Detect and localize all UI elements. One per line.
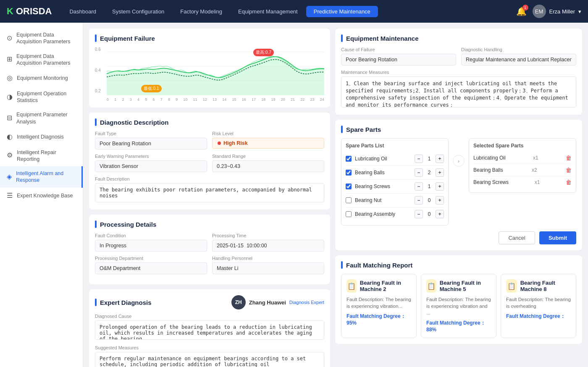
sidebar-item-equip-monitoring[interactable]: ◎ Equipment Monitoring	[0, 70, 83, 87]
sidebar-item-equip-data-2[interactable]: ⊞ Equipment Data Acquisition Parameters	[0, 49, 83, 71]
qty-val-bearing-nut: 0	[425, 197, 434, 203]
panel-bar-icon	[95, 299, 97, 306]
processing-panel: Processing Details Fault Condition Proce…	[89, 215, 330, 284]
panel-bar-icon	[341, 261, 343, 269]
spare-checkbox-bearing-balls[interactable]	[346, 170, 352, 176]
fault-title-machine2: Bearing Fault in Machine 2	[360, 280, 411, 292]
diagnostic-header: Diagnostic Description	[95, 118, 324, 126]
qty-inc-bearing-nut[interactable]: +	[436, 196, 444, 204]
user-profile[interactable]: EM Erza Miller ▾	[533, 5, 581, 18]
qty-inc-lubricating-oil[interactable]: +	[436, 155, 444, 163]
fault-condition-label: Fault Condition	[95, 233, 207, 238]
qty-inc-bearing-balls[interactable]: +	[436, 168, 444, 177]
processing-dept-input[interactable]	[95, 262, 207, 274]
maintenance-measures-textarea[interactable]: 1、Clean the bearing surface and inject l…	[341, 76, 576, 107]
logo[interactable]: K ORISDA	[7, 6, 52, 17]
qty-dec-bearing-balls[interactable]: −	[415, 168, 423, 177]
fault-card-machine5: 📋 Bearing Fault in Machine 5 Fault Descr…	[421, 274, 496, 338]
sidebar-label: Equipment Data Acquisition Parameters	[16, 31, 76, 45]
panel-bar-icon	[341, 126, 343, 133]
early-warning-input[interactable]	[95, 160, 207, 172]
fault-card-header-machine8: 📋 Bearing Fault Machine 8	[506, 279, 571, 293]
database-icon: ⊙	[7, 34, 12, 43]
sidebar-item-intelligent-diag[interactable]: ◐ Intelligent Diagnosis	[0, 129, 83, 145]
left-column: Equipment Failure 0.6 0.4 0.2	[89, 29, 330, 367]
right-column: Equipment Maintenance Cause of Failure D…	[335, 29, 582, 367]
fault-card-header-machine5: 📋 Bearing Fault in Machine 5	[426, 279, 491, 293]
fault-type-label: Fault Type	[95, 131, 207, 136]
submit-button[interactable]: Submit	[539, 231, 576, 244]
nav-factory-modeling[interactable]: Factory Modeling	[173, 6, 230, 17]
selected-item-bearing-screws: Bearing Screws x1 🗑	[473, 176, 572, 188]
spare-item-bearing-assembly: Bearing Assembly − 0 +	[346, 207, 444, 221]
chart-label-min: 最低:0.1	[141, 85, 162, 92]
nav-predictive-maintenance[interactable]: Predictive Maintenance	[306, 6, 378, 17]
suggested-measures-label: Suggested Measures	[95, 345, 324, 350]
diagnostic-handling-label: Diagnostic Handling	[461, 47, 576, 52]
suggested-measures-textarea[interactable]: Perform regular maintenance on equipment…	[95, 352, 324, 367]
sidebar-label: Intelligent Alarm and Response	[16, 170, 75, 184]
chart-svg	[107, 47, 324, 95]
selected-spare-list: Selected Spare Parts Lubricating Oil x1 …	[469, 138, 576, 193]
spare-checkbox-bearing-assembly[interactable]	[346, 211, 352, 217]
chart-area: 0.6 0.4 0.2	[95, 47, 324, 102]
sidebar: ⊙ Equipment Data Acquisition Parameters …	[0, 23, 83, 367]
sidebar-item-equip-param[interactable]: ⊟ Equipment Parameter Analysis	[0, 107, 83, 129]
top-navigation: K ORISDA Dashboard System Configuration …	[0, 0, 588, 23]
chart-x-labels: 0123456789101112131415161718192021222324	[107, 97, 324, 102]
sidebar-item-equip-stats[interactable]: ◑ Equipment Operation Statistics	[0, 87, 83, 108]
transfer-arrow-button[interactable]: ›	[453, 155, 465, 167]
fault-desc-machine2: Fault Description: The bearing is experi…	[346, 296, 411, 309]
nav-equipment-mgmt[interactable]: Equipment Management	[231, 6, 305, 17]
fault-match-value-machine2[interactable]: 95%	[346, 320, 357, 326]
qty-dec-lubricating-oil[interactable]: −	[415, 155, 423, 163]
qty-inc-bearing-screws[interactable]: +	[436, 182, 444, 191]
qty-dec-bearing-nut[interactable]: −	[415, 196, 423, 204]
handling-personnel-input[interactable]	[212, 262, 324, 274]
diagnostic-panel: Diagnostic Description Fault Type Risk L…	[89, 113, 330, 210]
qty-dec-bearing-screws[interactable]: −	[415, 182, 423, 191]
fault-type-input[interactable]	[95, 138, 207, 149]
risk-dot-icon	[218, 142, 221, 145]
spare-checkbox-bearing-screws[interactable]	[346, 184, 352, 189]
maintenance-measures-group: Maintenance Measures 1、Clean the bearing…	[341, 70, 576, 109]
processing-dept-group: Processing Department	[95, 256, 207, 274]
spare-list-title: Spare Parts List	[346, 143, 444, 149]
spare-item-lubricating-oil: Lubricating Oil − 1 +	[346, 152, 444, 166]
sidebar-item-expert-kb[interactable]: ☰ Expert Knowledge Base	[0, 188, 83, 204]
expert-tag[interactable]: Diagnosis Expert	[289, 300, 324, 305]
spare-item-bearing-nut: Bearing Nut − 0 +	[346, 194, 444, 207]
fault-desc-machine8: Fault Description: The bearing is overhe…	[506, 296, 571, 309]
qty-ctrl-bearing-screws: − 1 +	[415, 182, 444, 191]
fault-condition-input[interactable]	[95, 240, 207, 252]
spare-parts-panel: Spare Parts Spare Parts List Lubricating…	[335, 120, 582, 250]
notification-bell[interactable]: 🔔 1	[516, 6, 527, 16]
equipment-failure-header: Equipment Failure	[95, 34, 324, 42]
spare-checkbox-lubricating-oil[interactable]	[346, 156, 352, 162]
spare-checkbox-bearing-nut[interactable]	[346, 197, 352, 203]
fault-desc-textarea[interactable]: The bearing exhibits poor rotation param…	[95, 183, 324, 202]
nav-dashboard[interactable]: Dashboard	[62, 6, 104, 17]
standard-range-input[interactable]	[212, 160, 324, 172]
sidebar-item-intelligent-alarm[interactable]: ◈ Intelligent Alarm and Response	[0, 166, 83, 188]
delete-bearing-screws-button[interactable]: 🗑	[566, 179, 572, 186]
fault-title-machine5: Bearing Fault in Machine 5	[440, 280, 491, 292]
diagnosed-cause-textarea[interactable]: Prolonged operation of the bearing leads…	[95, 320, 324, 340]
diagnostic-handling-input[interactable]	[461, 54, 576, 66]
delete-lubricating-oil-button[interactable]: 🗑	[566, 155, 572, 161]
qty-dec-bearing-assembly[interactable]: −	[415, 210, 423, 218]
fault-icon-machine2: 📋	[346, 279, 357, 293]
fault-cards: 📋 Bearing Fault in Machine 2 Fault Descr…	[341, 274, 576, 338]
fault-icon-machine8: 📋	[506, 279, 517, 293]
sidebar-item-equip-data-1[interactable]: ⊙ Equipment Data Acquisition Parameters	[0, 28, 83, 49]
cause-of-failure-input[interactable]	[341, 54, 456, 66]
sidebar-item-intelligent-repair[interactable]: ⚙ Intelligent Repair Reporting	[0, 145, 83, 167]
delete-bearing-balls-button[interactable]: 🗑	[566, 167, 572, 173]
fault-match-value-machine5[interactable]: 88%	[426, 327, 436, 333]
processing-time-input[interactable]	[212, 240, 324, 252]
qty-inc-bearing-assembly[interactable]: +	[436, 210, 444, 218]
fault-title-machine8: Bearing Fault Machine 8	[520, 280, 571, 292]
sidebar-label: Expert Knowledge Base	[17, 192, 73, 199]
cancel-button[interactable]: Cancel	[499, 231, 535, 244]
nav-system-config[interactable]: System Configuration	[105, 6, 172, 17]
